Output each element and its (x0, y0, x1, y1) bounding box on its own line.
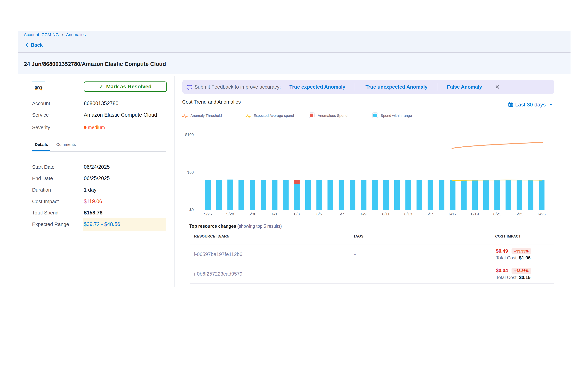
svg-text:6/9: 6/9 (361, 212, 366, 216)
svg-text:5/26: 5/26 (204, 212, 212, 216)
svg-text:6/7: 6/7 (338, 212, 344, 216)
svg-text:6/21: 6/21 (493, 212, 501, 216)
svg-text:6/11: 6/11 (382, 212, 390, 216)
svg-text:6/17: 6/17 (449, 212, 456, 216)
svg-text:$50: $50 (187, 170, 194, 174)
svg-text:6/19: 6/19 (471, 212, 479, 216)
svg-text:6/25: 6/25 (538, 212, 546, 216)
svg-text:6/5: 6/5 (316, 212, 322, 216)
svg-text:6/13: 6/13 (404, 212, 412, 216)
svg-text:6/15: 6/15 (426, 212, 434, 216)
svg-text:5/30: 5/30 (248, 212, 256, 216)
svg-text:$100: $100 (185, 132, 194, 137)
svg-text:6/23: 6/23 (516, 212, 524, 216)
svg-text:6/3: 6/3 (294, 212, 300, 216)
svg-text:5/28: 5/28 (226, 212, 234, 216)
svg-text:6/1: 6/1 (272, 212, 278, 216)
svg-text:$0: $0 (190, 208, 194, 212)
